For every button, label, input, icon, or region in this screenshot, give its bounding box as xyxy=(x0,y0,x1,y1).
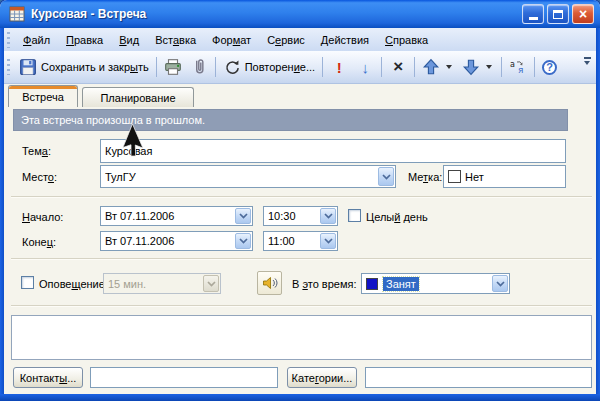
help-icon: ? xyxy=(542,60,557,75)
all-day-label: Целый день xyxy=(366,211,428,223)
tab-appointment[interactable]: Встреча xyxy=(8,85,78,107)
importance-icon: ! xyxy=(330,58,348,76)
translate-icon: a я xyxy=(509,58,527,76)
svg-text:a: a xyxy=(510,60,515,69)
paperclip-icon xyxy=(190,58,208,76)
toolbar-options-icon xyxy=(584,61,590,65)
notes-textarea[interactable] xyxy=(11,315,592,360)
start-date-picker[interactable]: Вт 07.11.2006 xyxy=(100,206,253,226)
speaker-icon xyxy=(262,276,278,290)
delete-button[interactable]: × xyxy=(385,55,411,79)
svg-text:я: я xyxy=(518,65,523,75)
start-date-dropdown-button[interactable] xyxy=(235,208,251,224)
menu-view[interactable]: Вид xyxy=(111,31,147,49)
end-date-picker[interactable]: Вт 07.11.2006 xyxy=(100,231,253,251)
recurrence-button[interactable]: Повторение... xyxy=(219,55,319,79)
location-label: Место: xyxy=(22,171,57,183)
chevron-down-icon xyxy=(496,281,505,287)
contacts-button[interactable]: Контакты... xyxy=(13,367,83,388)
menu-actions[interactable]: Действия xyxy=(313,31,377,49)
translate-button[interactable]: a я xyxy=(505,55,531,79)
minimize-button[interactable] xyxy=(522,4,544,24)
recurrence-icon xyxy=(223,58,241,76)
reminder-dropdown-button xyxy=(203,275,219,292)
categories-field[interactable] xyxy=(365,367,592,388)
reminder-checkbox[interactable] xyxy=(21,276,34,289)
window-border-bottom xyxy=(0,394,600,401)
location-combobox[interactable]: ТулГУ xyxy=(100,165,396,188)
next-item-button[interactable] xyxy=(458,55,498,79)
toolbar-separator xyxy=(381,57,382,77)
delete-icon: × xyxy=(389,58,407,76)
toolbar-separator xyxy=(215,57,216,77)
start-label: Начало: xyxy=(22,211,63,223)
maximize-button[interactable] xyxy=(547,4,569,24)
low-importance-button[interactable]: ↓ xyxy=(352,55,378,79)
separator xyxy=(11,196,592,198)
busy-color-swatch xyxy=(366,278,378,290)
start-time-dropdown-button[interactable] xyxy=(320,208,336,224)
flag-combobox[interactable]: Нет xyxy=(443,165,566,188)
chevron-down-icon xyxy=(207,281,216,287)
tab-scheduling[interactable]: Планирование xyxy=(82,87,194,107)
previous-item-icon xyxy=(422,58,440,76)
save-and-close-button[interactable]: Сохранить и закрыть xyxy=(15,55,153,79)
low-importance-icon: ↓ xyxy=(356,58,374,76)
chevron-down-icon xyxy=(239,213,248,219)
menu-format[interactable]: Формат xyxy=(204,31,259,49)
next-item-dropdown-icon[interactable] xyxy=(486,65,492,69)
menu-insert[interactable]: Вставка xyxy=(147,31,204,49)
reminder-sound-button[interactable] xyxy=(257,271,282,295)
printer-icon xyxy=(164,58,182,76)
window-title: Курсовая - Встреча xyxy=(31,7,146,21)
menu-file[interactable]: Файл xyxy=(15,31,58,49)
chevron-down-icon xyxy=(324,213,333,219)
previous-item-button[interactable] xyxy=(418,55,458,79)
close-button[interactable]: × xyxy=(572,4,594,24)
subject-input[interactable]: Курсовая xyxy=(100,139,566,163)
print-button[interactable] xyxy=(160,55,186,79)
location-dropdown-button[interactable] xyxy=(378,167,394,186)
chevron-down-icon xyxy=(239,238,248,244)
toolbar-separator xyxy=(534,57,535,77)
end-label: Конец: xyxy=(22,236,56,248)
menu-bar: Файл Правка Вид Вставка Формат Сервис Де… xyxy=(4,28,596,51)
toolbar-grip[interactable] xyxy=(7,59,10,75)
show-time-as-dropdown-button[interactable] xyxy=(492,275,508,292)
minimize-icon xyxy=(529,17,538,20)
end-time-dropdown-button[interactable] xyxy=(320,233,336,249)
toolbar-separator xyxy=(322,57,323,77)
show-time-as-combobox[interactable]: Занят xyxy=(361,273,510,294)
previous-item-dropdown-icon[interactable] xyxy=(446,65,452,69)
contacts-field[interactable] xyxy=(90,367,278,388)
high-importance-button[interactable]: ! xyxy=(326,55,352,79)
close-icon: × xyxy=(579,8,587,20)
show-time-as-value: Занят xyxy=(383,277,419,291)
chevron-down-icon xyxy=(324,238,333,244)
subject-label: Тема: xyxy=(22,145,51,157)
toolbar: Сохранить и закрыть Повторение... ! xyxy=(4,51,596,84)
menu-help[interactable]: Справка xyxy=(377,31,436,49)
separator xyxy=(11,258,592,260)
all-day-checkbox[interactable] xyxy=(348,209,361,222)
past-meeting-banner: Эта встреча произошла в прошлом. xyxy=(13,109,568,131)
toolbar-separator xyxy=(414,57,415,77)
menu-tools[interactable]: Сервис xyxy=(259,31,313,49)
toolbar-separator xyxy=(156,57,157,77)
attach-button[interactable] xyxy=(186,55,212,79)
menubar-grip[interactable] xyxy=(7,32,10,48)
chevron-down-icon xyxy=(382,174,391,180)
end-date-dropdown-button[interactable] xyxy=(235,233,251,249)
maximize-icon xyxy=(553,10,563,19)
appointment-calendar-icon xyxy=(9,6,25,22)
end-time-picker[interactable]: 11:00 xyxy=(263,231,338,251)
categories-button[interactable]: Категории... xyxy=(287,367,357,388)
reminder-label: Оповещение: xyxy=(39,278,108,290)
save-icon xyxy=(19,58,37,76)
toolbar-options-button[interactable] xyxy=(581,57,593,65)
separator xyxy=(11,305,592,307)
start-time-picker[interactable]: 10:30 xyxy=(263,206,338,226)
appointment-window: Курсовая - Встреча × Файл Правка Вид Вст… xyxy=(0,0,600,401)
menu-edit[interactable]: Правка xyxy=(58,31,111,49)
help-button[interactable]: ? xyxy=(538,57,561,78)
